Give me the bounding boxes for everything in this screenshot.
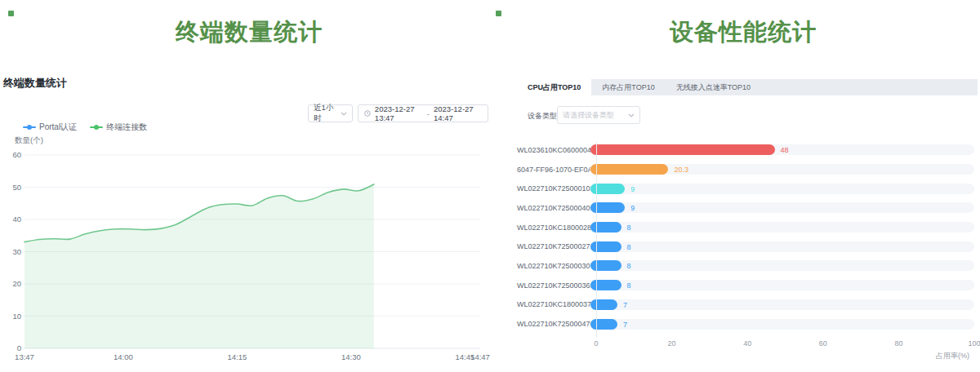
right-section-heading: 设备性能统计 bbox=[506, 16, 980, 49]
green-bullet-icon bbox=[8, 11, 14, 16]
bar-row: WL022710K7250002728 bbox=[517, 237, 974, 256]
bar-row: 6047-FF96-1070-EF0A20.3 bbox=[517, 160, 974, 179]
bar-fill bbox=[590, 241, 621, 252]
bar-category-label: WL022710KC18000280 bbox=[517, 224, 590, 232]
legend-label: Portal认证 bbox=[39, 122, 77, 133]
bar-track: 48 bbox=[590, 144, 974, 155]
tab-memory-top10[interactable]: 内存占用TOP10 bbox=[591, 79, 665, 95]
svg-text:13:47: 13:47 bbox=[15, 352, 34, 361]
line-chart: 010203040506013:4714:0014:1514:3014:4514… bbox=[0, 147, 498, 372]
device-type-placeholder: 请选择设备类型 bbox=[563, 110, 614, 121]
bar-chart: WL023610KC06000043486047-FF96-1070-EF0A2… bbox=[517, 140, 974, 372]
bar-row: WL022710K7250001029 bbox=[517, 179, 974, 198]
bar-value-label: 8 bbox=[627, 281, 631, 290]
green-bullet-icon bbox=[496, 11, 501, 16]
device-type-select[interactable]: 请选择设备类型 bbox=[557, 106, 640, 124]
svg-text:14:30: 14:30 bbox=[341, 352, 361, 361]
bar-value-label: 8 bbox=[627, 262, 631, 270]
bar-value-label: 7 bbox=[623, 321, 627, 329]
bar-fill bbox=[590, 144, 775, 155]
bar-row: WL022710K7250003698 bbox=[517, 276, 974, 295]
bar-category-label: WL022710K725000102 bbox=[517, 184, 590, 193]
bar-category-label: WL022710K725000272 bbox=[517, 242, 590, 250]
bar-track: 7 bbox=[590, 319, 974, 330]
date-range-picker[interactable]: 2023-12-27 13:47 - 2023-12-27 14:47 bbox=[358, 104, 488, 122]
legend: Portal认证终端连接数 bbox=[23, 122, 147, 133]
tab-bar: CPU占用TOP10内存占用TOP10无线接入点速率TOP10 bbox=[517, 79, 978, 95]
clock-icon bbox=[364, 109, 371, 117]
bar-category-label: 6047-FF96-1070-EF0A bbox=[517, 166, 590, 174]
x-axis-tick: 0 bbox=[594, 339, 598, 348]
svg-text:40: 40 bbox=[12, 215, 21, 224]
date-range-separator: - bbox=[427, 109, 430, 118]
x-axis-tick: 60 bbox=[819, 339, 827, 348]
legend-marker-icon bbox=[90, 126, 103, 128]
svg-text:0: 0 bbox=[17, 343, 21, 352]
bar-track: 9 bbox=[590, 184, 974, 194]
legend-marker-icon bbox=[23, 126, 36, 128]
x-axis-tick: 40 bbox=[743, 339, 751, 348]
panel-title: 终端数量统计 bbox=[3, 76, 67, 91]
svg-text:50: 50 bbox=[12, 183, 21, 192]
left-section-heading: 终端数量统计 bbox=[0, 16, 498, 49]
bar-value-label: 7 bbox=[623, 301, 627, 309]
time-range-select[interactable]: 近1小时 bbox=[308, 104, 353, 122]
legend-item-0[interactable]: Portal认证 bbox=[23, 122, 77, 133]
bar-value-label: 48 bbox=[781, 146, 789, 154]
date-range-start: 2023-12-27 13:47 bbox=[375, 104, 423, 122]
bar-value-label: 8 bbox=[627, 243, 631, 251]
device-type-label: 设备类型 bbox=[528, 111, 557, 122]
svg-text:60: 60 bbox=[12, 150, 21, 159]
bar-category-label: WL022710K725000409 bbox=[517, 204, 590, 212]
svg-text:30: 30 bbox=[12, 247, 21, 256]
svg-text:10: 10 bbox=[12, 312, 21, 321]
bar-value-label: 9 bbox=[630, 204, 635, 212]
bar-category-label: WL022710KC18000372 bbox=[517, 300, 590, 308]
bar-axis-line bbox=[596, 142, 597, 338]
bar-track: 8 bbox=[590, 260, 974, 271]
x-axis-tick: 20 bbox=[668, 339, 676, 348]
svg-text:14:00: 14:00 bbox=[114, 352, 133, 361]
bar-row: WL022710K7250004707 bbox=[517, 314, 974, 334]
tab-wireless-rate-top10[interactable]: 无线接入点速率TOP10 bbox=[666, 79, 761, 95]
chevron-down-icon bbox=[341, 112, 347, 116]
bar-row: WL022710KC180003727 bbox=[517, 295, 974, 315]
svg-text:20: 20 bbox=[12, 279, 21, 288]
bar-row: WL023610KC0600004348 bbox=[517, 140, 974, 160]
bar-category-label: WL022710K725000369 bbox=[517, 281, 590, 290]
bar-fill bbox=[590, 299, 617, 310]
bar-fill bbox=[590, 222, 621, 232]
bar-fill bbox=[590, 164, 668, 175]
bar-value-label: 20.3 bbox=[674, 166, 688, 174]
bar-row: WL022710K7250004099 bbox=[517, 198, 974, 218]
legend-item-1[interactable]: 终端连接数 bbox=[90, 122, 147, 133]
time-range-value: 近1小时 bbox=[314, 103, 341, 124]
bar-track: 8 bbox=[590, 222, 974, 232]
bar-value-label: 9 bbox=[630, 185, 635, 193]
date-range-end: 2023-12-27 14:47 bbox=[434, 104, 482, 122]
bar-track: 9 bbox=[590, 202, 974, 213]
bar-track: 8 bbox=[590, 280, 974, 290]
svg-text:14:15: 14:15 bbox=[228, 352, 247, 361]
y-axis-title: 数量(个) bbox=[15, 135, 43, 146]
legend-label: 终端连接数 bbox=[106, 122, 147, 133]
bar-fill bbox=[590, 280, 621, 290]
bar-track: 20.3 bbox=[590, 164, 974, 175]
bar-fill bbox=[590, 319, 617, 330]
chevron-down-icon bbox=[628, 113, 635, 117]
bar-category-label: WL023610KC06000043 bbox=[517, 146, 590, 154]
bar-value-label: 8 bbox=[627, 224, 631, 232]
x-axis-tick: 100 bbox=[968, 339, 980, 348]
bar-category-label: WL022710K725000470 bbox=[517, 320, 590, 328]
svg-text:14:47: 14:47 bbox=[470, 352, 490, 361]
bar-category-label: WL022710K725000307 bbox=[517, 262, 590, 270]
bar-track: 8 bbox=[590, 241, 974, 252]
bar-rows: WL023610KC06000043486047-FF96-1070-EF0A2… bbox=[517, 140, 974, 334]
tab-cpu-top10[interactable]: CPU占用TOP10 bbox=[517, 79, 591, 95]
bar-row: WL022710KC180002808 bbox=[517, 218, 974, 237]
x-axis-title: 占用率(%) bbox=[936, 351, 969, 361]
x-axis-tick: 80 bbox=[894, 339, 902, 348]
bar-row: WL022710K7250003078 bbox=[517, 256, 974, 276]
bar-track: 7 bbox=[590, 299, 974, 310]
bar-fill bbox=[590, 260, 621, 271]
